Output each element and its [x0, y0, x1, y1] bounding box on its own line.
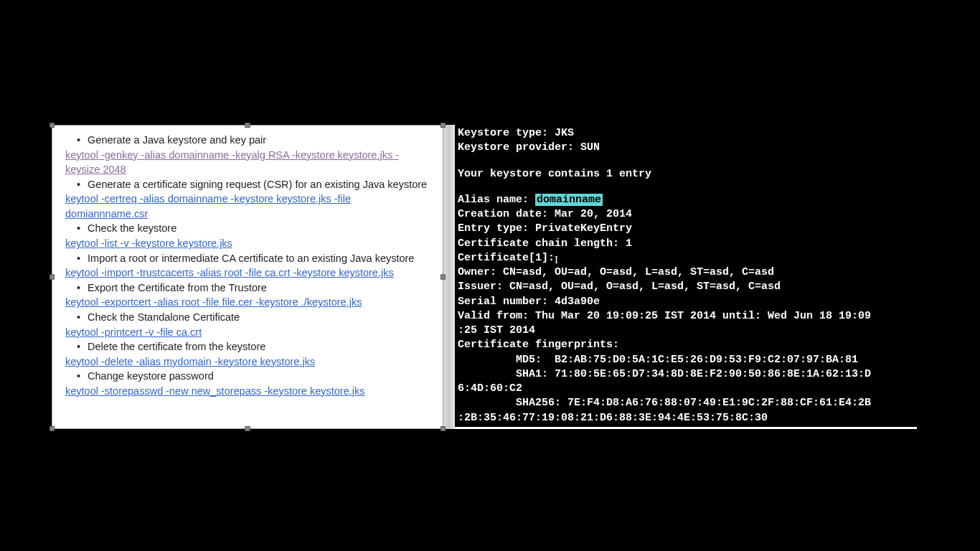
- bullet-item: Export the Certificate from the Trustore: [71, 281, 430, 296]
- term-line: Keystore type: JKS: [458, 126, 914, 141]
- term-line: Owner: CN=asd, OU=ad, O=asd, L=asd, ST=a…: [458, 265, 914, 280]
- bullet-item: Import a root or intermediate CA certifi…: [71, 251, 430, 266]
- command-link[interactable]: keytool -import -trustcacerts -alias roo…: [65, 265, 430, 281]
- text-cursor: [555, 251, 574, 265]
- term-line: Serial number: 4d3a90e: [458, 295, 914, 309]
- command-link[interactable]: keytool -certreq -alias domainname -keys…: [65, 192, 430, 221]
- term-line: Issuer: CN=asd, OU=ad, O=asd, L=asd, ST=…: [458, 280, 914, 294]
- command-link[interactable]: keytool -genkey -alias domainname -keyal…: [65, 148, 430, 177]
- term-line: Certificate chain length: 1: [458, 237, 914, 251]
- term-line: Keystore provider: SUN: [458, 141, 914, 155]
- term-line: :25 IST 2014: [458, 324, 914, 338]
- doc-text-frame[interactable]: Generate a Java keystore and key pairkey…: [52, 125, 443, 429]
- command-link[interactable]: keytool -storepasswd -new new_storepass …: [65, 384, 430, 399]
- term-line: MD5: B2:AB:75:D0:5A:1C:E5:26:D9:53:F9:C2…: [458, 353, 914, 367]
- bullet-item: Delete the certificate from the keystore: [71, 339, 430, 354]
- command-link[interactable]: keytool -list -v -keystore keystore.jks: [65, 236, 430, 251]
- resize-handle[interactable]: [50, 123, 55, 128]
- bullet-item: Change keystore password: [71, 369, 430, 384]
- bullet-item: Generate a certificate signing request (…: [71, 177, 430, 192]
- alias-label: Alias name:: [458, 194, 535, 206]
- main-container: Generate a Java keystore and key pairkey…: [52, 125, 917, 429]
- resize-handle[interactable]: [245, 123, 250, 128]
- command-link[interactable]: keytool -exportcert -alias root -file fi…: [65, 295, 430, 310]
- resize-handle[interactable]: [440, 426, 446, 431]
- term-line: Certificate[1]:: [458, 251, 914, 265]
- alias-highlight: domainname: [535, 194, 603, 206]
- terminal-rule: [455, 427, 917, 429]
- bullet-item: Generate a Java keystore and key pair: [71, 133, 430, 148]
- term-line: SHA1: 71:80:5E:65:D7:34:8D:8E:F2:90:50:8…: [458, 367, 914, 382]
- term-line: SHA256: 7E:F4:D8:A6:76:88:07:49:E1:9C:2F…: [458, 396, 914, 410]
- term-line: Creation date: Mar 20, 2014: [458, 207, 914, 222]
- command-link[interactable]: keytool -printcert -v -file ca.crt: [65, 325, 430, 340]
- resize-handle[interactable]: [50, 275, 55, 280]
- term-line: 6:4D:60:C2: [458, 382, 914, 396]
- term-line: Entry type: PrivateKeyEntry: [458, 222, 914, 236]
- term-line-alias: Alias name: domainname: [458, 193, 914, 207]
- term-line: Your keystore contains 1 entry: [458, 167, 914, 182]
- resize-handle[interactable]: [440, 275, 446, 280]
- bullet-item: Check the Standalone Certificate: [71, 310, 430, 325]
- term-line: Valid from: Thu Mar 20 19:09:25 IST 2014…: [458, 309, 914, 324]
- resize-handle[interactable]: [440, 123, 446, 128]
- bullet-item: Check the keystore: [71, 221, 430, 236]
- resize-handle[interactable]: [50, 426, 55, 431]
- command-link[interactable]: keytool -delete -alias mydomain -keystor…: [65, 354, 430, 369]
- resize-handle[interactable]: [245, 426, 250, 431]
- doc-content[interactable]: Generate a Java keystore and key pairkey…: [65, 133, 430, 398]
- term-line: :2B:35:46:77:19:08:21:D6:88:3E:94:4E:53:…: [458, 411, 914, 425]
- term-line: Certificate fingerprints:: [458, 338, 914, 352]
- terminal-output[interactable]: Keystore type: JKS Keystore provider: SU…: [455, 125, 917, 429]
